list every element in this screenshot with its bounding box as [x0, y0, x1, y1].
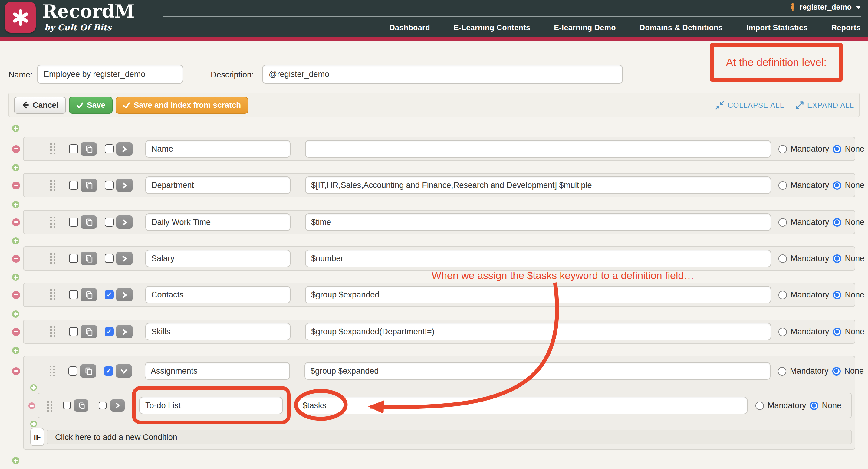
- nav-domains-definitions[interactable]: Domains & Definitions: [640, 24, 723, 32]
- field-name-input[interactable]: [145, 323, 290, 340]
- field-description-input[interactable]: [305, 140, 771, 158]
- add-field-button[interactable]: [12, 347, 19, 354]
- radio-none[interactable]: [833, 218, 841, 226]
- keyword-checkbox[interactable]: [105, 254, 114, 263]
- duplicate-checkbox[interactable]: [69, 327, 78, 336]
- duplicate-button[interactable]: [81, 215, 97, 229]
- expand-field-button[interactable]: [116, 252, 132, 265]
- definition-description-input[interactable]: [262, 65, 623, 84]
- duplicate-checkbox[interactable]: [69, 218, 78, 227]
- add-field-button[interactable]: [12, 274, 19, 281]
- field-name-input[interactable]: [145, 177, 290, 194]
- drag-handle[interactable]: [50, 144, 56, 154]
- field-name-input[interactable]: [145, 213, 290, 231]
- field-description-input[interactable]: [305, 362, 771, 380]
- expand-field-button[interactable]: [110, 399, 125, 411]
- drag-handle[interactable]: [50, 326, 56, 337]
- drag-handle[interactable]: [50, 289, 56, 300]
- field-name-input[interactable]: [145, 250, 290, 267]
- if-badge[interactable]: IF: [30, 428, 44, 446]
- remove-field-button[interactable]: [12, 145, 20, 153]
- field-description-input[interactable]: [305, 213, 771, 231]
- nav-dashboard[interactable]: Dashboard: [390, 24, 430, 32]
- radio-mandatory[interactable]: [778, 181, 787, 189]
- cancel-button[interactable]: Cancel: [14, 96, 66, 114]
- radio-none[interactable]: [833, 254, 841, 263]
- save-button[interactable]: Save: [69, 96, 113, 114]
- drag-handle[interactable]: [47, 401, 53, 410]
- radio-mandatory[interactable]: [778, 254, 787, 263]
- keyword-checkbox[interactable]: [105, 290, 114, 299]
- radio-mandatory[interactable]: [778, 218, 787, 226]
- field-name-input[interactable]: [145, 286, 290, 304]
- expand-field-button[interactable]: [116, 142, 132, 156]
- add-subfield-button[interactable]: [30, 384, 37, 391]
- definition-name-input[interactable]: [37, 65, 183, 84]
- radio-mandatory[interactable]: [755, 401, 764, 410]
- expand-all-button[interactable]: EXPAND ALL: [795, 101, 854, 109]
- user-menu[interactable]: register_demo: [789, 3, 861, 11]
- drag-handle[interactable]: [50, 366, 55, 376]
- drag-handle[interactable]: [50, 217, 56, 227]
- duplicate-button[interactable]: [81, 142, 97, 156]
- expand-field-button[interactable]: [116, 325, 132, 338]
- keyword-checkbox[interactable]: [105, 144, 114, 153]
- collapse-all-button[interactable]: COLLAPSE ALL: [715, 101, 784, 109]
- duplicate-checkbox[interactable]: [69, 254, 78, 263]
- field-name-input[interactable]: [145, 362, 290, 380]
- remove-field-button[interactable]: [12, 182, 20, 189]
- collapse-field-button[interactable]: [116, 364, 132, 378]
- add-field-button[interactable]: [12, 201, 19, 208]
- expand-field-button[interactable]: [116, 179, 132, 192]
- subfield-description-input[interactable]: [297, 397, 748, 414]
- radio-mandatory[interactable]: [778, 327, 787, 336]
- keyword-checkbox[interactable]: [105, 327, 114, 336]
- field-name-input[interactable]: [145, 140, 290, 158]
- duplicate-checkbox[interactable]: [63, 402, 71, 409]
- duplicate-button[interactable]: [81, 325, 97, 338]
- field-description-input[interactable]: [305, 250, 771, 267]
- nav-elearning-demo[interactable]: E-learning Demo: [554, 24, 616, 32]
- add-field-button[interactable]: [12, 457, 19, 464]
- keyword-checkbox[interactable]: [105, 181, 114, 190]
- radio-none[interactable]: [833, 290, 841, 299]
- duplicate-button[interactable]: [74, 399, 88, 411]
- remove-field-button[interactable]: [12, 367, 20, 375]
- field-description-input[interactable]: [305, 286, 771, 304]
- recordm-logo[interactable]: [5, 2, 36, 33]
- radio-none[interactable]: [833, 327, 841, 336]
- duplicate-checkbox[interactable]: [69, 144, 78, 153]
- add-field-button[interactable]: [12, 125, 19, 132]
- add-condition-row[interactable]: Click here to add a new Condition: [46, 430, 851, 444]
- field-description-input[interactable]: [305, 177, 771, 194]
- duplicate-checkbox[interactable]: [68, 367, 78, 375]
- radio-mandatory[interactable]: [778, 367, 786, 375]
- radio-mandatory[interactable]: [778, 145, 787, 153]
- add-subfield-button[interactable]: [30, 420, 37, 427]
- add-field-button[interactable]: [12, 237, 19, 245]
- remove-field-button[interactable]: [12, 291, 20, 299]
- radio-mandatory[interactable]: [778, 290, 787, 299]
- remove-field-button[interactable]: [12, 218, 20, 226]
- radio-none[interactable]: [810, 401, 818, 410]
- radio-none[interactable]: [833, 145, 841, 153]
- duplicate-checkbox[interactable]: [69, 181, 78, 190]
- duplicate-checkbox[interactable]: [69, 290, 78, 299]
- drag-handle[interactable]: [50, 180, 56, 191]
- save-and-index-button[interactable]: Save and index from scratch: [116, 96, 248, 114]
- nav-reports[interactable]: Reports: [831, 24, 861, 32]
- duplicate-button[interactable]: [81, 179, 97, 192]
- expand-field-button[interactable]: [116, 215, 132, 229]
- duplicate-button[interactable]: [81, 288, 97, 301]
- keyword-checkbox[interactable]: [99, 402, 106, 409]
- expand-field-button[interactable]: [116, 288, 132, 301]
- remove-subfield-button[interactable]: [28, 402, 35, 409]
- nav-elearning-contents[interactable]: E-Learning Contents: [454, 24, 530, 32]
- keyword-checkbox[interactable]: [104, 367, 113, 375]
- field-description-input[interactable]: [305, 323, 771, 340]
- remove-field-button[interactable]: [12, 255, 20, 262]
- duplicate-button[interactable]: [80, 364, 96, 378]
- radio-none[interactable]: [832, 367, 841, 375]
- add-field-button[interactable]: [12, 310, 19, 318]
- keyword-checkbox[interactable]: [105, 218, 114, 227]
